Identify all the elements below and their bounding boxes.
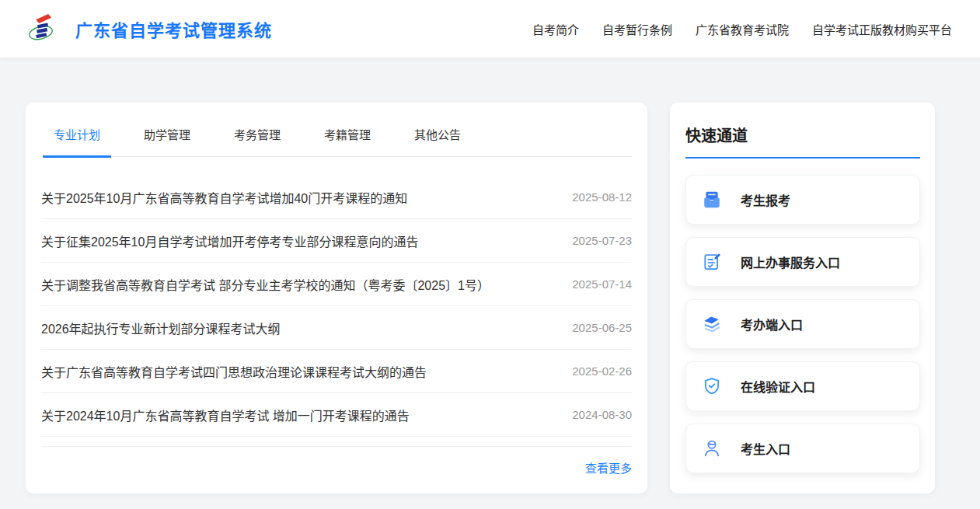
top-nav: 自考简介 自考暂行条例 广东省教育考试院 自学考试正版教材购买平台 <box>532 21 952 37</box>
nav-link-provisional-rules[interactable]: 自考暂行条例 <box>602 21 672 37</box>
announcement-row[interactable]: 2026年起执行专业新计划部分课程考试大纲 2025-06-25 <box>41 306 632 350</box>
announcement-date: 2025-02-26 <box>572 364 632 378</box>
tab-exam-affairs[interactable]: 考务管理 <box>223 126 291 158</box>
quick-link-candidate-registration[interactable]: 考生报考 <box>685 175 920 225</box>
list-divider <box>41 437 632 447</box>
edit-document-icon <box>702 252 722 272</box>
announcement-title: 关于征集2025年10月自学考试增加开考停考专业部分课程意向的通告 <box>41 232 418 250</box>
announcement-title: 关于广东省高等教育自学考试四门思想政治理论课课程考试大纲的通告 <box>41 362 427 381</box>
page-body: 专业计划 助学管理 考务管理 考籍管理 其他公告 关于2025年10月广东省高等… <box>0 58 980 493</box>
quick-access-title: 快速通道 <box>685 103 920 146</box>
quick-link-label: 在线验证入口 <box>741 377 815 396</box>
quick-link-candidate-portal[interactable]: 考生入口 <box>685 424 920 473</box>
announcement-date: 2025-07-23 <box>572 234 632 247</box>
announcement-date: 2024-08-30 <box>572 408 632 421</box>
quick-links: 考生报考 网上办事服务入口 <box>685 175 920 473</box>
announcement-title: 2026年起执行专业新计划部分课程考试大纲 <box>41 319 281 337</box>
inbox-icon <box>702 190 722 210</box>
announcement-row[interactable]: 关于调整我省高等教育自学考试 部分专业主考学校的通知（粤考委〔2025〕1号） … <box>41 263 632 306</box>
tab-study-support[interactable]: 助学管理 <box>133 126 201 158</box>
announcement-date: 2025-08-12 <box>572 190 632 204</box>
announcement-title: 关于2025年10月广东省高等教育自学考试增加40门开考课程的通知 <box>41 188 407 207</box>
quick-link-label: 考生入口 <box>741 439 790 458</box>
quick-link-label: 网上办事服务入口 <box>741 253 840 271</box>
announcement-list: 关于2025年10月广东省高等教育自学考试增加40门开考课程的通知 2025-0… <box>41 157 632 437</box>
list-footer: 查看更多 <box>41 447 632 476</box>
announcement-title: 关于2024年10月广东省高等教育自学考试 增加一门开考课程的通告 <box>41 406 410 424</box>
announcement-date: 2025-06-25 <box>572 321 632 334</box>
tab-other-notices[interactable]: 其他公告 <box>403 126 472 158</box>
gdzk-logo-icon <box>26 11 57 47</box>
announcement-row[interactable]: 关于2025年10月广东省高等教育自学考试增加40门开考课程的通知 2025-0… <box>41 176 632 219</box>
layers-icon <box>702 314 722 334</box>
nav-link-zikao-intro[interactable]: 自考简介 <box>532 21 579 37</box>
tab-major-plans[interactable]: 专业计划 <box>43 126 111 158</box>
tab-bar: 专业计划 助学管理 考务管理 考籍管理 其他公告 <box>43 103 632 157</box>
announcement-row[interactable]: 关于征集2025年10月自学考试增加开考停考专业部分课程意向的通告 2025-0… <box>41 219 632 263</box>
announcement-title: 关于调整我省高等教育自学考试 部分专业主考学校的通知（粤考委〔2025〕1号） <box>41 275 490 294</box>
quick-access-panel: 快速通道 考生报考 <box>670 103 935 493</box>
site-title: 广东省自学考试管理系统 <box>75 16 272 41</box>
quick-link-exam-office-portal[interactable]: 考办端入口 <box>685 299 920 349</box>
announcement-date: 2025-07-14 <box>572 277 632 291</box>
quick-link-online-services[interactable]: 网上办事服务入口 <box>685 237 920 287</box>
nav-link-textbook-platform[interactable]: 自学考试正版教材购买平台 <box>812 21 952 37</box>
announcements-panel: 专业计划 助学管理 考务管理 考籍管理 其他公告 关于2025年10月广东省高等… <box>26 103 647 493</box>
announcement-row[interactable]: 关于2024年10月广东省高等教育自学考试 增加一门开考课程的通告 2024-0… <box>41 393 632 437</box>
view-more-link[interactable]: 查看更多 <box>585 459 632 476</box>
quick-link-online-verification[interactable]: 在线验证入口 <box>685 361 920 411</box>
user-icon <box>702 438 722 458</box>
app-header: 广东省自学考试管理系统 自考简介 自考暂行条例 广东省教育考试院 自学考试正版教… <box>0 0 980 58</box>
tab-exam-records[interactable]: 考籍管理 <box>313 126 382 158</box>
quick-link-label: 考生报考 <box>741 190 790 209</box>
quick-link-label: 考办端入口 <box>741 315 803 333</box>
announcement-row[interactable]: 关于广东省高等教育自学考试四门思想政治理论课课程考试大纲的通告 2025-02-… <box>41 350 632 393</box>
shield-check-icon <box>702 376 722 396</box>
accent-divider <box>685 157 920 159</box>
nav-link-gd-exam-institute[interactable]: 广东省教育考试院 <box>696 21 789 37</box>
